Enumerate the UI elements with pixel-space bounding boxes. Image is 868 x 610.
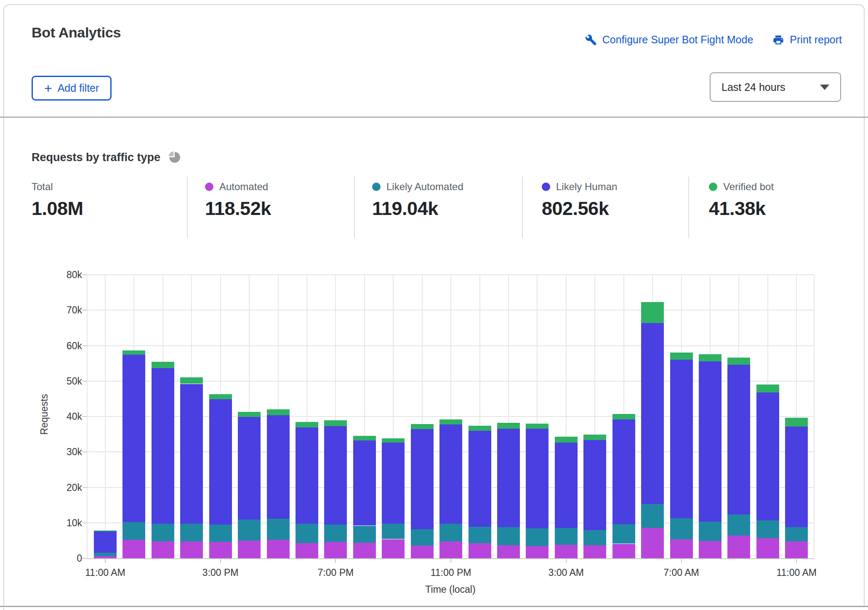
bar-segment-verified-bot[interactable] [122,350,145,355]
bar-segment-verified-bot[interactable] [382,438,405,443]
bar-segment-verified-bot[interactable] [439,419,462,425]
bar-segment-likely-automated[interactable] [439,524,462,541]
bar-segment-automated[interactable] [353,543,376,558]
bar-segment-likely-automated[interactable] [324,525,347,542]
bar-segment-likely-automated[interactable] [699,522,722,541]
bar-segment-likely-human[interactable] [122,355,145,522]
bar-segment-automated[interactable] [641,528,664,558]
bar-segment-likely-automated[interactable] [612,524,635,544]
bar-segment-likely-human[interactable] [727,365,750,515]
bar-segment-likely-automated[interactable] [497,527,520,545]
bar-segment-likely-automated[interactable] [785,527,808,542]
bar-segment-likely-human[interactable] [411,429,434,529]
bar-segment-automated[interactable] [411,546,434,558]
bar-segment-likely-automated[interactable] [122,522,145,540]
bar-segment-verified-bot[interactable] [641,302,664,324]
bar-segment-likely-automated[interactable] [238,520,261,541]
bar-segment-verified-bot[interactable] [555,437,578,443]
bar-segment-likely-automated[interactable] [267,519,290,540]
bar-segment-automated[interactable] [670,539,693,558]
bar-segment-likely-automated[interactable] [756,520,779,538]
bar-segment-verified-bot[interactable] [699,354,722,362]
bar-segment-verified-bot[interactable] [785,418,808,427]
bar-segment-likely-human[interactable] [439,424,462,524]
bar-segment-automated[interactable] [324,542,347,558]
bar-segment-automated[interactable] [612,544,635,559]
bar-segment-likely-human[interactable] [353,440,376,525]
bar-segment-likely-human[interactable] [152,368,174,524]
bar-segment-automated[interactable] [699,541,722,558]
bar-segment-likely-automated[interactable] [641,504,664,528]
bar-segment-verified-bot[interactable] [180,377,203,384]
bar-segment-automated[interactable] [727,536,750,558]
bar-segment-likely-automated[interactable] [152,524,174,541]
bar-segment-likely-human[interactable] [497,429,520,527]
bar-segment-likely-human[interactable] [267,415,290,519]
bar-segment-automated[interactable] [238,541,261,558]
bar-segment-verified-bot[interactable] [94,530,117,531]
bar-segment-likely-automated[interactable] [353,526,376,543]
bar-segment-likely-human[interactable] [785,427,808,527]
bar-segment-verified-bot[interactable] [612,414,635,419]
bar-segment-likely-human[interactable] [382,443,405,524]
bar-segment-automated[interactable] [439,541,462,558]
bar-segment-automated[interactable] [180,541,203,558]
bar-segment-likely-human[interactable] [324,426,347,525]
bar-segment-likely-human[interactable] [555,443,578,528]
bar-segment-automated[interactable] [526,546,548,558]
bar-segment-verified-bot[interactable] [526,424,548,429]
bar-segment-likely-human[interactable] [756,393,779,520]
bar-segment-likely-automated[interactable] [670,518,693,540]
bar-segment-verified-bot[interactable] [296,422,318,428]
bar-segment-automated[interactable] [122,540,145,558]
bar-segment-verified-bot[interactable] [411,424,434,430]
bar-segment-verified-bot[interactable] [583,435,606,440]
bar-segment-verified-bot[interactable] [497,423,520,429]
bar-segment-likely-human[interactable] [670,360,693,518]
bar-segment-likely-automated[interactable] [469,527,491,543]
bar-segment-likely-human[interactable] [526,429,548,529]
bar-segment-likely-human[interactable] [296,427,318,524]
bar-segment-automated[interactable] [382,539,405,559]
bar-segment-automated[interactable] [94,556,117,558]
bar-segment-verified-bot[interactable] [756,385,779,393]
bar-segment-likely-human[interactable] [209,399,232,525]
bar-segment-likely-human[interactable] [180,384,203,524]
bar-segment-likely-automated[interactable] [583,530,606,545]
bar-segment-likely-automated[interactable] [209,525,232,542]
bar-segment-automated[interactable] [583,545,606,558]
bar-segment-likely-human[interactable] [469,431,491,527]
bar-segment-likely-automated[interactable] [94,553,117,556]
bar-segment-automated[interactable] [152,541,174,558]
bar-segment-verified-bot[interactable] [727,358,750,365]
bar-segment-verified-bot[interactable] [152,362,174,368]
bar-segment-verified-bot[interactable] [209,394,232,399]
bar-segment-likely-human[interactable] [641,323,664,504]
bar-segment-likely-automated[interactable] [727,515,750,536]
bar-segment-likely-automated[interactable] [526,528,548,546]
bar-segment-likely-human[interactable] [699,361,722,522]
bar-segment-likely-human[interactable] [238,417,261,520]
bar-segment-verified-bot[interactable] [267,409,290,415]
bar-segment-verified-bot[interactable] [469,426,491,431]
bar-segment-verified-bot[interactable] [670,353,693,360]
bar-segment-likely-automated[interactable] [382,524,405,539]
bar-segment-likely-human[interactable] [94,531,117,553]
bar-segment-automated[interactable] [296,543,318,558]
bar-segment-likely-automated[interactable] [555,528,578,545]
bar-segment-likely-human[interactable] [612,419,635,524]
bar-segment-verified-bot[interactable] [353,436,376,440]
bar-segment-likely-human[interactable] [583,440,606,530]
bar-segment-automated[interactable] [756,538,779,558]
bar-segment-likely-automated[interactable] [411,529,434,546]
bar-segment-automated[interactable] [267,540,290,558]
bar-segment-verified-bot[interactable] [324,420,347,426]
bar-segment-likely-automated[interactable] [296,524,318,543]
bar-segment-automated[interactable] [497,545,520,558]
bar-segment-automated[interactable] [555,545,578,558]
bar-segment-automated[interactable] [469,543,491,558]
bar-segment-automated[interactable] [785,541,808,558]
bar-segment-likely-automated[interactable] [180,524,203,541]
bar-segment-automated[interactable] [209,542,232,558]
bar-segment-verified-bot[interactable] [238,412,261,417]
